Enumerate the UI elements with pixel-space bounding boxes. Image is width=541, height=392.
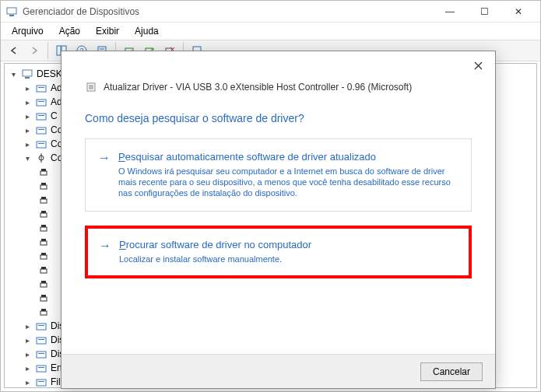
arrow-right-icon: → [98, 151, 111, 165]
category-icon [35, 110, 47, 122]
svg-rect-24 [37, 128, 46, 134]
svg-rect-43 [40, 255, 47, 259]
expand-icon[interactable]: ▸ [23, 350, 32, 359]
svg-rect-39 [40, 227, 47, 231]
dialog-close-button[interactable] [465, 56, 490, 75]
svg-rect-25 [38, 129, 44, 130]
svg-rect-31 [40, 171, 47, 175]
svg-rect-19 [38, 87, 44, 88]
usb-icon [37, 208, 50, 220]
option-search-automatically[interactable]: → Pesquisar automaticamente software de … [85, 138, 472, 212]
svg-rect-47 [40, 283, 47, 287]
svg-rect-67 [89, 85, 93, 89]
svg-rect-27 [38, 143, 44, 144]
titlebar: Gerenciador de Dispositivos — ☐ ✕ [1, 1, 540, 23]
menu-exibir[interactable]: Exibir [93, 24, 122, 38]
close-window-button[interactable]: ✕ [501, 1, 536, 23]
category-icon [35, 124, 47, 136]
expand-icon[interactable]: ▸ [23, 336, 32, 345]
svg-rect-49 [40, 297, 47, 301]
usb-icon [37, 292, 50, 304]
menu-arquivo[interactable]: Arquivo [9, 24, 47, 38]
dialog-header: Atualizar Driver - VIA USB 3.0 eXtensibl… [61, 51, 495, 93]
svg-rect-33 [40, 185, 47, 189]
svg-rect-55 [38, 339, 44, 340]
svg-rect-54 [37, 338, 46, 344]
toolbar-separator [47, 42, 48, 59]
expand-icon[interactable]: ▸ [23, 322, 32, 331]
svg-rect-45 [40, 269, 47, 273]
svg-rect-37 [40, 213, 47, 217]
option1-desc: O Windows irá pesquisar seu computador e… [118, 166, 453, 198]
usb-icon [35, 152, 47, 164]
svg-rect-22 [37, 114, 46, 120]
maximize-button[interactable]: ☐ [467, 1, 501, 23]
usb-icon [37, 264, 50, 276]
svg-rect-20 [37, 100, 46, 106]
collapse-icon[interactable]: ▾ [23, 154, 32, 163]
category-icon [35, 376, 47, 388]
svg-rect-57 [38, 353, 44, 354]
usb-icon [37, 250, 50, 262]
option-browse-computer[interactable]: → Procurar software de driver no computa… [85, 226, 472, 278]
cancel-button[interactable]: Cancelar [420, 362, 483, 381]
update-driver-dialog: Atualizar Driver - VIA USB 3.0 eXtensibl… [61, 51, 496, 389]
expand-icon[interactable]: ▸ [23, 84, 32, 93]
svg-rect-51 [40, 311, 47, 315]
expand-icon[interactable]: ▸ [23, 126, 32, 135]
menubar: Arquivo Ação Exibir Ajuda [1, 23, 540, 40]
menu-acao[interactable]: Ação [56, 24, 83, 38]
category-icon [35, 96, 47, 108]
expand-icon[interactable]: ▸ [23, 140, 32, 149]
usb-icon [37, 278, 50, 290]
device-icon [85, 81, 97, 93]
usb-icon [37, 166, 50, 178]
svg-rect-21 [38, 101, 44, 102]
svg-rect-58 [37, 366, 46, 372]
back-button[interactable] [5, 42, 23, 59]
svg-rect-53 [38, 325, 44, 326]
usb-icon [37, 306, 50, 318]
expand-icon[interactable]: ▸ [23, 112, 32, 121]
svg-rect-52 [37, 324, 46, 330]
category-icon [35, 362, 47, 374]
svg-rect-23 [38, 115, 44, 116]
option2-desc: Localizar e instalar software manualment… [119, 254, 311, 264]
app-icon [5, 5, 18, 18]
tree-node-label: C [51, 109, 58, 123]
svg-rect-61 [38, 381, 44, 382]
usb-icon [37, 236, 50, 248]
category-icon [35, 82, 47, 94]
usb-icon [37, 194, 50, 206]
svg-rect-18 [37, 86, 46, 92]
category-icon [35, 334, 47, 346]
svg-rect-26 [37, 142, 46, 148]
dialog-footer: Cancelar [61, 354, 495, 388]
dialog-question: Como deseja pesquisar o software de driv… [61, 93, 495, 135]
svg-rect-0 [7, 8, 16, 14]
svg-rect-16 [23, 70, 32, 76]
collapse-icon[interactable]: ▾ [9, 70, 18, 79]
expand-icon[interactable]: ▸ [23, 364, 32, 373]
category-icon [35, 320, 47, 332]
svg-rect-1 [9, 15, 14, 16]
window-controls: — ☐ ✕ [433, 1, 536, 23]
svg-rect-59 [38, 367, 44, 368]
arrow-right-icon: → [99, 239, 111, 253]
svg-rect-56 [37, 352, 46, 358]
usb-icon [37, 180, 50, 192]
expand-icon[interactable]: ▸ [23, 378, 32, 387]
expand-icon[interactable]: ▸ [23, 98, 32, 107]
minimize-button[interactable]: — [433, 1, 467, 23]
usb-icon [37, 222, 50, 234]
category-icon [35, 348, 47, 360]
dialog-title: Atualizar Driver - VIA USB 3.0 eXtensibl… [104, 82, 412, 93]
svg-rect-35 [40, 199, 47, 203]
forward-button[interactable] [26, 42, 43, 59]
svg-rect-17 [25, 77, 30, 79]
category-icon [35, 138, 47, 150]
window-title: Gerenciador de Dispositivos [23, 6, 433, 17]
computer-icon [21, 68, 33, 80]
svg-rect-60 [37, 380, 46, 386]
menu-ajuda[interactable]: Ajuda [132, 24, 162, 38]
